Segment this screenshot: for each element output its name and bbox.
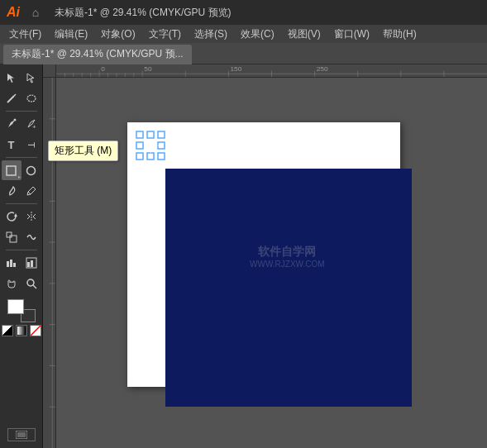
menu-text[interactable]: 文字(T) xyxy=(143,26,187,43)
svg-point-6 xyxy=(27,166,36,174)
tool-warp[interactable] xyxy=(21,227,41,247)
tab-bar: 未标题-1* @ 29.41% (CMYK/GPU 预... xyxy=(0,43,487,64)
tool-separator-1 xyxy=(6,111,37,112)
svg-point-3 xyxy=(13,119,16,122)
title-bar: Ai ⌂ 未标题-1* @ 29.41% (CMYK/GPU 预览) xyxy=(0,0,487,25)
tool-paintbrush[interactable] xyxy=(2,181,21,201)
ruler-corner xyxy=(43,64,56,78)
ruler-top: 0 50 150 250 xyxy=(56,64,487,78)
tool-rectangle[interactable]: ▸ xyxy=(2,160,21,180)
svg-rect-62 xyxy=(136,153,143,160)
tool-reflect[interactable] xyxy=(21,207,41,226)
tool-direct-select[interactable] xyxy=(21,68,41,88)
ruler-left xyxy=(43,78,56,448)
gradient-icon[interactable] xyxy=(16,325,27,336)
svg-rect-23 xyxy=(17,432,26,437)
svg-text:0: 0 xyxy=(101,66,105,74)
svg-line-1 xyxy=(14,94,16,96)
tool-separator-2 xyxy=(6,157,37,158)
tooltip-text: 矩形工具 (M) xyxy=(55,145,112,156)
svg-marker-7 xyxy=(14,213,17,217)
tool-separator-3 xyxy=(6,203,37,204)
screen-mode-button[interactable] xyxy=(7,428,36,441)
tool-lasso[interactable] xyxy=(21,88,41,108)
active-tab[interactable]: 未标题-1* @ 29.41% (CMYK/GPU 预... xyxy=(3,45,192,64)
stroke-fill-swatches[interactable] xyxy=(7,299,36,322)
ai-logo: Ai xyxy=(7,5,20,20)
fill-swatch[interactable] xyxy=(7,299,24,314)
tool-column-graph[interactable] xyxy=(21,253,41,273)
menu-effect[interactable]: 效果(C) xyxy=(235,26,280,43)
home-icon-button[interactable]: ⌂ xyxy=(26,3,45,21)
svg-line-18 xyxy=(33,285,36,288)
svg-rect-13 xyxy=(13,263,16,267)
menu-view[interactable]: 视图(V) xyxy=(282,26,327,43)
document-canvas xyxy=(103,89,442,436)
tool-zoom[interactable] xyxy=(21,274,41,293)
menu-bar: 文件(F) 编辑(E) 对象(O) 文字(T) 选择(S) 效果(C) 视图(V… xyxy=(0,25,487,43)
svg-rect-5 xyxy=(7,166,16,175)
tool-ellipse[interactable] xyxy=(21,160,41,180)
artboard-border xyxy=(127,122,400,387)
menu-edit[interactable]: 编辑(E) xyxy=(49,26,93,43)
tool-scale[interactable] xyxy=(2,227,21,247)
svg-rect-16 xyxy=(31,260,33,267)
svg-rect-59 xyxy=(158,131,165,138)
tool-pen[interactable] xyxy=(2,114,21,134)
tool-magic-wand[interactable] xyxy=(2,88,21,108)
menu-file[interactable]: 文件(F) xyxy=(3,26,47,43)
left-toolbar: + T T ▸ xyxy=(0,64,43,448)
svg-line-0 xyxy=(7,96,14,102)
tool-select[interactable] xyxy=(2,68,21,88)
canvas-area[interactable]: 0 50 150 250 xyxy=(43,64,487,448)
svg-rect-19 xyxy=(17,326,26,335)
svg-text:150: 150 xyxy=(230,66,242,74)
svg-rect-47 xyxy=(43,78,55,448)
menu-object[interactable]: 对象(O) xyxy=(95,26,141,43)
tool-pencil[interactable] xyxy=(21,181,41,201)
menu-help[interactable]: 帮助(H) xyxy=(377,26,423,43)
tool-graph[interactable] xyxy=(2,253,21,273)
svg-rect-9 xyxy=(7,232,12,237)
color-mode-row xyxy=(2,325,41,336)
tool-add-anchor[interactable]: + xyxy=(21,114,41,134)
tool-rotate[interactable] xyxy=(2,207,21,226)
svg-rect-11 xyxy=(7,261,9,267)
svg-text:250: 250 xyxy=(317,66,329,74)
color-swatches-area xyxy=(0,299,42,336)
transform-widget xyxy=(136,131,165,160)
tool-tooltip: 矩形工具 (M) xyxy=(48,141,118,161)
tool-separator-4 xyxy=(6,250,37,250)
svg-text:+: + xyxy=(32,123,36,130)
svg-rect-64 xyxy=(158,153,165,160)
svg-point-2 xyxy=(27,95,36,102)
no-fill-icon[interactable] xyxy=(30,325,41,336)
svg-rect-57 xyxy=(136,131,143,138)
screen-modes-area xyxy=(7,428,36,445)
svg-rect-15 xyxy=(27,262,30,267)
menu-window[interactable]: 窗口(W) xyxy=(328,26,375,43)
tool-hand[interactable] xyxy=(2,274,21,293)
tool-type[interactable]: T xyxy=(2,135,21,155)
title-bar-title: 未标题-1* @ 29.41% (CMYK/GPU 预览) xyxy=(55,6,232,20)
svg-text:50: 50 xyxy=(144,66,152,74)
color-mode-icon[interactable] xyxy=(2,325,13,336)
menu-select[interactable]: 选择(S) xyxy=(189,26,233,43)
svg-rect-10 xyxy=(10,236,17,242)
svg-point-17 xyxy=(27,279,34,286)
artboard-fill xyxy=(165,169,412,407)
main-area: + T T ▸ xyxy=(0,64,487,448)
tool-vertical-type[interactable]: T xyxy=(21,135,41,155)
svg-rect-12 xyxy=(10,260,12,267)
